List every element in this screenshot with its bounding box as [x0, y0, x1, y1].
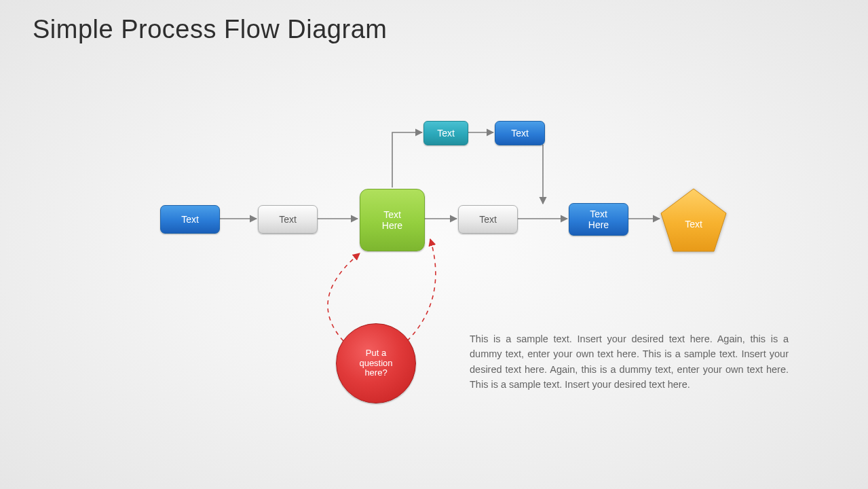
node-6-label: Text [660, 187, 728, 253]
node-5-blue: Text Here [569, 203, 628, 236]
diagram-stage: Simple Process Flow Diagram Text Text Te… [0, 0, 868, 489]
description-text: This is a sample text. Insert your desir… [470, 331, 789, 393]
connectors [0, 0, 868, 489]
node-branch-blue: Text [495, 121, 545, 145]
node-branch-teal: Text [423, 121, 468, 145]
node-3-green: Text Here [360, 189, 425, 251]
node-4-gray: Text [458, 205, 518, 234]
page-title: Simple Process Flow Diagram [33, 15, 387, 44]
node-2-gray: Text [258, 205, 318, 234]
node-question-circle: Put a question here? [336, 323, 416, 403]
node-6-pentagon: Text [660, 187, 728, 253]
node-1-blue: Text [160, 205, 220, 234]
